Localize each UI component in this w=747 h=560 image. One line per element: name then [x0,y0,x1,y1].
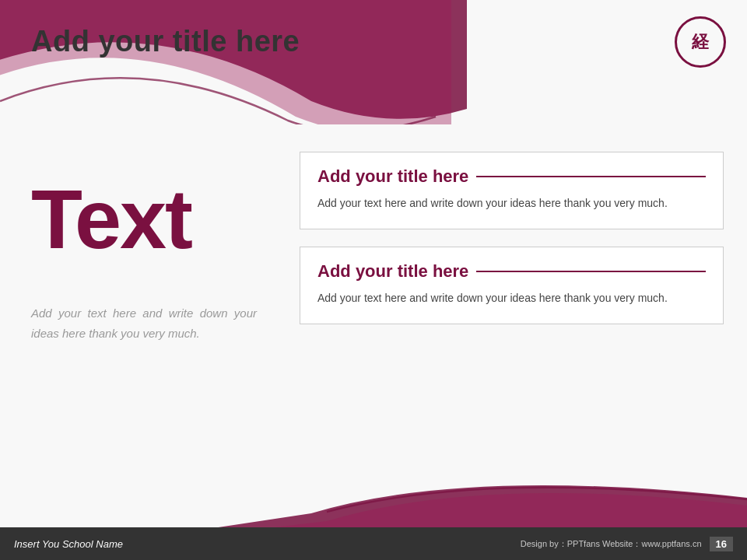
footer-page-number: 16 [710,537,733,551]
box-1-title: Add your title here [317,166,468,187]
box-2-body: Add your text here and write down your i… [317,289,706,308]
box-2-title: Add your title here [317,261,468,282]
content-box-2: Add your title here Add your text here a… [300,247,724,324]
logo: 経 [672,14,728,70]
right-panel: Add your title here Add your text here a… [300,152,724,324]
footer: Insert You School Name Design by：PPTfans… [0,527,747,560]
box-2-title-container: Add your title here [317,261,706,282]
big-text-label: Text [31,177,191,261]
box-2-title-line [476,271,706,272]
logo-kanji: 経 [692,33,709,51]
logo-circle: 経 [675,16,726,68]
footer-school-name: Insert You School Name [14,538,123,550]
box-1-title-line [476,176,706,177]
slide: 経 Add your title here Text Add your text… [0,0,747,560]
top-decoration [0,0,747,124]
box-1-body: Add your text here and write down your i… [317,194,706,213]
left-body-text: Add your text here and write down your i… [31,303,257,343]
footer-credits: Design by：PPTfans Website：www.pptfans.cn [521,538,702,550]
content-box-1: Add your title here Add your text here a… [300,152,724,229]
main-title: Add your title here [31,25,300,58]
footer-right: Design by：PPTfans Website：www.pptfans.cn… [521,537,733,551]
box-1-title-container: Add your title here [317,166,706,187]
